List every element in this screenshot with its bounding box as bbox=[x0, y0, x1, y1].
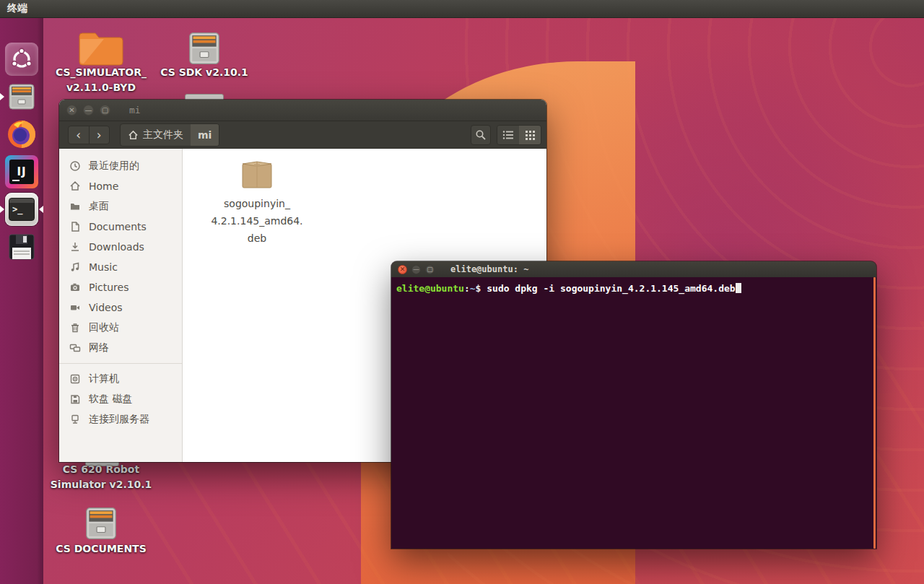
close-button[interactable]: ✕ bbox=[66, 105, 77, 116]
archive-icon bbox=[82, 505, 120, 541]
list-view-icon bbox=[502, 130, 514, 140]
file-item-deb-package[interactable]: sogoupinyin_ 4.2.1.145_amd64. deb bbox=[203, 157, 311, 247]
server-icon bbox=[69, 414, 81, 425]
sidebar-separator bbox=[59, 363, 182, 364]
sidebar-item-connect-server[interactable]: 连接到服务器 bbox=[59, 409, 182, 430]
minimize-button[interactable]: — bbox=[83, 105, 94, 116]
grid-view-icon bbox=[525, 130, 536, 141]
dock-item-intellij[interactable]: IJ bbox=[5, 155, 38, 188]
desktop-icon-cs-documents[interactable] bbox=[82, 505, 120, 544]
desktop-icon-label[interactable]: CS DOCUMENTS bbox=[47, 541, 155, 557]
hard-disk-icon bbox=[69, 373, 81, 385]
file-cabinet-icon bbox=[5, 80, 38, 113]
maximize-button[interactable]: ▢ bbox=[100, 105, 110, 116]
breadcrumb: 主文件夹 mi bbox=[120, 123, 219, 147]
running-indicator-files bbox=[0, 93, 4, 100]
sidebar-item-computer[interactable]: 计算机 bbox=[59, 369, 182, 389]
dock-item-firefox[interactable] bbox=[5, 118, 38, 151]
search-icon bbox=[475, 129, 487, 141]
firefox-icon bbox=[5, 118, 38, 151]
dock-item-files[interactable] bbox=[5, 80, 38, 113]
archive-icon bbox=[186, 30, 223, 66]
running-indicator-terminal bbox=[0, 206, 4, 213]
sidebar-item-network[interactable]: 网络 bbox=[59, 338, 182, 358]
floppy-disk-icon bbox=[5, 230, 38, 263]
grid-view-button[interactable] bbox=[519, 126, 541, 144]
back-button[interactable]: ‹ bbox=[69, 126, 90, 144]
sidebar-item-downloads[interactable]: Downloads bbox=[59, 237, 182, 257]
ubuntu-logo-icon bbox=[5, 43, 38, 76]
prompt-path: ~ bbox=[470, 283, 476, 294]
maximize-button[interactable]: ▢ bbox=[425, 265, 435, 274]
file-manager-sidebar: 最近使用的 Home 桌面 Documents Downloads bbox=[59, 149, 183, 462]
music-note-icon bbox=[69, 261, 81, 273]
launcher-dock: IJ >_ bbox=[0, 18, 43, 584]
minimize-button[interactable]: — bbox=[411, 265, 421, 274]
desktop-icon-label[interactable]: CS_SIMULATOR_ v2.11.0-BYD bbox=[47, 65, 155, 95]
home-icon bbox=[128, 130, 139, 141]
dock-item-disk-utility[interactable] bbox=[5, 230, 38, 263]
sidebar-item-videos[interactable]: Videos bbox=[59, 297, 182, 318]
window-title: mi bbox=[129, 105, 141, 116]
typed-command: sudo dpkg -i sogoupinyin_4.2.1.145_amd64… bbox=[487, 283, 735, 294]
window-title: elite@ubuntu: ~ bbox=[450, 264, 528, 274]
focused-indicator-terminal bbox=[39, 206, 43, 213]
search-button[interactable] bbox=[471, 125, 491, 145]
list-view-button[interactable] bbox=[497, 126, 519, 144]
sidebar-item-floppy[interactable]: 软盘 磁盘 bbox=[59, 389, 182, 409]
sidebar-item-documents[interactable]: Documents bbox=[59, 217, 182, 237]
top-menu-bar[interactable]: 终端 bbox=[0, 0, 924, 18]
desktop-icon-label[interactable]: CS SDK v2.10.1 bbox=[150, 65, 258, 80]
view-toggle bbox=[497, 125, 541, 145]
network-icon bbox=[69, 342, 81, 354]
desktop-icon-label-cs620[interactable]: CS 620 Robot Simulator v2.10.1 bbox=[47, 462, 155, 492]
sidebar-item-desktop[interactable]: 桌面 bbox=[59, 196, 182, 217]
prompt-user-host: elite@ubuntu bbox=[396, 283, 464, 294]
sidebar-item-recent[interactable]: 最近使用的 bbox=[59, 156, 182, 176]
breadcrumb-current[interactable]: mi bbox=[191, 124, 219, 146]
floppy-icon bbox=[69, 393, 81, 405]
clock-icon bbox=[69, 160, 81, 172]
dock-item-terminal[interactable]: >_ bbox=[5, 193, 38, 226]
download-icon bbox=[69, 241, 81, 253]
forward-button[interactable]: › bbox=[90, 126, 110, 144]
video-camera-icon bbox=[69, 302, 81, 313]
terminal-titlebar[interactable]: ✕ — ▢ elite@ubuntu: ~ bbox=[391, 261, 876, 277]
text-cursor bbox=[736, 283, 741, 293]
intellij-icon: IJ bbox=[5, 155, 38, 188]
file-manager-titlebar[interactable]: ✕ — ▢ mi bbox=[59, 100, 546, 121]
file-name: sogoupinyin_ 4.2.1.145_amd64. deb bbox=[203, 195, 311, 247]
folder-icon bbox=[69, 201, 81, 212]
sidebar-item-trash[interactable]: 回收站 bbox=[59, 318, 182, 338]
home-icon bbox=[69, 180, 81, 192]
sidebar-item-music[interactable]: Music bbox=[59, 257, 182, 277]
terminal-prompt-line: elite@ubuntu:~$ sudo dpkg -i sogoupinyin… bbox=[396, 282, 876, 295]
terminal-output[interactable]: elite@ubuntu:~$ sudo dpkg -i sogoupinyin… bbox=[391, 277, 876, 549]
desktop-icon-cs-sdk[interactable] bbox=[186, 30, 223, 69]
folder-icon bbox=[75, 30, 127, 68]
terminal-window: ✕ — ▢ elite@ubuntu: ~ elite@ubuntu:~$ su… bbox=[391, 261, 876, 549]
close-button[interactable]: ✕ bbox=[398, 265, 407, 274]
breadcrumb-home[interactable]: 主文件夹 bbox=[121, 124, 191, 146]
terminal-scrollbar[interactable] bbox=[873, 277, 876, 549]
file-manager-toolbar: ‹ › 主文件夹 mi bbox=[59, 121, 546, 149]
desktop: 终端 bbox=[0, 0, 924, 584]
sidebar-item-pictures[interactable]: Pictures bbox=[59, 277, 182, 297]
document-icon bbox=[69, 221, 81, 232]
dock-item-dash[interactable] bbox=[5, 43, 38, 76]
terminal-icon: >_ bbox=[5, 193, 38, 226]
trash-icon bbox=[69, 322, 81, 334]
camera-icon bbox=[69, 282, 81, 293]
package-icon bbox=[237, 157, 277, 189]
active-app-title: 终端 bbox=[7, 2, 27, 15]
sidebar-item-home[interactable]: Home bbox=[59, 176, 182, 196]
